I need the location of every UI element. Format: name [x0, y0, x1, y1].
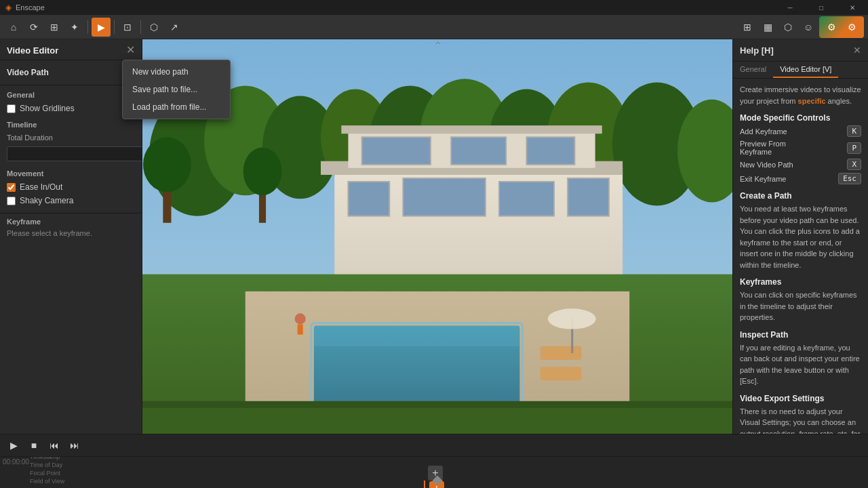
- add-keyframe-row: Add Keyframe K: [740, 125, 861, 137]
- movement-section-label: Movement: [0, 164, 142, 180]
- layers-btn[interactable]: ⊞: [738, 18, 757, 37]
- total-duration-label-row: Total Duration: [0, 131, 142, 145]
- scene-view: [142, 39, 732, 434]
- minimize-button[interactable]: ─: [774, 0, 806, 15]
- shaky-camera-label: Shaky Camera: [20, 196, 73, 205]
- cube-btn[interactable]: ⬡: [778, 18, 797, 37]
- app-name: Enscape: [16, 3, 45, 12]
- show-gridlines-row: Show Gridlines: [0, 102, 142, 115]
- load-path-item[interactable]: Load path from file...: [123, 98, 142, 116]
- go-to-end-button[interactable]: ⏭: [66, 437, 83, 453]
- add-keyframe-key: K: [847, 125, 861, 137]
- timeline-controls: ▶ ■ ⏮ ⏭: [0, 434, 868, 457]
- focal-point-label: Focal Point: [30, 469, 141, 477]
- timeline: ▶ ■ ⏮ ⏭ 00:00:00 + +: [0, 434, 868, 488]
- keyframes-title: Keyframes: [740, 277, 861, 287]
- main-toolbar: ⌂ ⟳ ⊞ ✦ ▶ ⊡ ⬡ ↗ ⊞ ▦ ⬡ ☺ ⚙ ⚙: [0, 15, 868, 39]
- window-close-button[interactable]: ✕: [837, 0, 868, 15]
- stop-button[interactable]: ■: [26, 437, 42, 453]
- exit-keyframe-label: Exit Keyframe: [740, 175, 786, 183]
- home-toolbar-btn[interactable]: ⌂: [4, 18, 23, 37]
- video-export-body: There is no need to adjust your Visual S…: [740, 406, 861, 434]
- video-path-row: Video Path: [0, 60, 142, 85]
- svg-rect-22: [341, 125, 601, 134]
- svg-rect-19: [499, 182, 554, 216]
- total-duration-input[interactable]: 00:00:45: [7, 146, 142, 161]
- save-path-item[interactable]: Save path to file...: [123, 81, 142, 98]
- orbit-toolbar-btn[interactable]: ⟳: [24, 18, 43, 37]
- help-panel-header: Help [H] ✕: [733, 39, 868, 62]
- preview-from-label: Preview FromKeyframe: [740, 140, 786, 156]
- exit-keyframe-key: Esc: [838, 173, 861, 184]
- field-of-view-label: Field of View: [30, 477, 141, 485]
- help-intro: Create immersive videos to visualize you…: [740, 84, 861, 106]
- svg-rect-20: [568, 178, 609, 216]
- general-section-label: General: [0, 85, 142, 102]
- help-tab-general[interactable]: General: [733, 62, 773, 78]
- enscape-settings-btn[interactable]: ⚙: [842, 18, 861, 37]
- play-button[interactable]: ▶: [5, 437, 22, 453]
- help-content: Create immersive videos to visualize you…: [733, 79, 868, 434]
- panel-header: Video Editor ✕: [0, 39, 142, 60]
- timeline-labels-container: Timestamp Time of Day Focal Point Field …: [24, 457, 146, 487]
- keyframe-section-label: Keyframe: [7, 218, 135, 226]
- go-to-start-button[interactable]: ⏮: [46, 437, 62, 453]
- show-gridlines-checkbox[interactable]: [7, 104, 16, 113]
- inspect-path-title: Inspect Path: [740, 330, 861, 340]
- title-bar: ◈ Enscape ─ □ ✕: [0, 0, 868, 15]
- viewport[interactable]: ⌃: [142, 39, 732, 434]
- share-toolbar-btn[interactable]: ↗: [165, 18, 184, 37]
- help-title: Help [H]: [740, 45, 774, 56]
- fly-toolbar-btn[interactable]: ✦: [65, 18, 84, 37]
- video-path-label: Video Path: [7, 68, 49, 77]
- show-gridlines-label: Show Gridlines: [20, 104, 75, 113]
- ease-in-out-row: Ease In/Out: [0, 180, 142, 194]
- walk-toolbar-btn[interactable]: ⊞: [45, 18, 64, 37]
- grid-btn[interactable]: ▦: [758, 18, 777, 37]
- shaky-camera-checkbox[interactable]: [7, 197, 16, 205]
- export-model-btn[interactable]: ⬡: [144, 18, 163, 37]
- svg-rect-31: [540, 346, 582, 360]
- help-tab-video-editor[interactable]: Video Editor [V]: [773, 62, 838, 78]
- svg-rect-18: [403, 178, 485, 216]
- main-content: Video Editor ✕ Video Path New video path…: [0, 39, 868, 434]
- create-path-title: Create a Path: [740, 191, 861, 201]
- svg-rect-24: [451, 137, 506, 164]
- total-duration-label: Total Duration: [7, 134, 53, 142]
- svg-point-34: [548, 308, 596, 329]
- svg-point-35: [295, 313, 306, 324]
- panel-close-button[interactable]: ✕: [126, 45, 135, 56]
- right-panel: Help [H] ✕ General Video Editor [V] Crea…: [732, 39, 868, 434]
- toolbar-separator-2: [114, 20, 115, 34]
- mode-specific-controls-title: Mode Specific Controls: [740, 113, 861, 123]
- toolbar-separator-3: [140, 20, 141, 34]
- video-toolbar-btn[interactable]: ▶: [92, 18, 111, 37]
- new-video-path-label: New Video Path: [740, 161, 793, 169]
- svg-point-14: [243, 147, 282, 195]
- help-close-button[interactable]: ✕: [853, 45, 861, 56]
- left-panel: Video Editor ✕ Video Path New video path…: [0, 39, 142, 434]
- svg-point-12: [143, 137, 191, 192]
- dropdown-menu: New video path Save path to file... Load…: [122, 60, 142, 119]
- svg-rect-38: [142, 401, 732, 408]
- new-video-path-item[interactable]: New video path: [123, 63, 142, 81]
- user-btn[interactable]: ☺: [799, 18, 818, 37]
- svg-rect-25: [527, 137, 575, 164]
- screenshot-toolbar-btn[interactable]: ⊡: [118, 18, 137, 37]
- ease-in-out-label: Ease In/Out: [20, 182, 62, 192]
- timeline-track-area: 00:00:00 + + 00:00:45 E: [0, 457, 868, 488]
- shaky-camera-row: Shaky Camera: [0, 194, 142, 207]
- exit-keyframe-row: Exit Keyframe Esc: [740, 173, 861, 184]
- preview-from-key: P: [847, 142, 861, 154]
- svg-rect-32: [540, 367, 582, 380]
- help-tabs: General Video Editor [V]: [733, 62, 868, 79]
- keyframes-body: You can click on specific keyframes in t…: [740, 289, 861, 323]
- maximize-button[interactable]: □: [806, 0, 837, 15]
- add-keyframe-label: Add Keyframe: [740, 127, 787, 136]
- time-of-day-label: Time of Day: [30, 461, 141, 469]
- visual-settings-btn[interactable]: ⚙: [822, 18, 841, 37]
- preview-from-keyframe-row: Preview FromKeyframe P: [740, 140, 861, 156]
- svg-rect-36: [298, 324, 303, 334]
- ease-in-out-checkbox[interactable]: [7, 183, 16, 192]
- top-chevron-button[interactable]: ⌃: [433, 39, 442, 52]
